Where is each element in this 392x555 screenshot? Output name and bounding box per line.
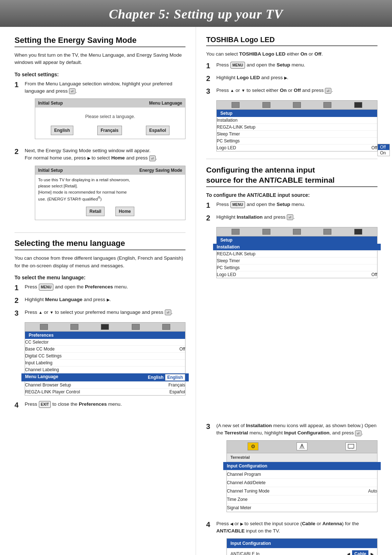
left-arrow-cable (347, 551, 350, 555)
chapter-title: Chapter 5: Setting up your TV (0, 7, 392, 22)
toshiba-logo-section: TOSHIBA Logo LED You can select TOSHIBA … (196, 27, 392, 422)
step-number-1: 1 (15, 79, 25, 90)
install-screen-body: Input Configuration Channel Program Chan… (227, 462, 377, 512)
ant-cable-row: ANT/CABLE In Cable (230, 550, 373, 555)
menu-key-icon-2: MENU (230, 62, 245, 69)
pref-row-digital-cc: Digital CC Settings (25, 353, 185, 360)
logo-step-2: 2 Highlight Logo LED and press ▶. (206, 74, 377, 84)
energy-step-2: 2 Next, the Energy Saving Mode setting w… (15, 147, 185, 225)
antenna-config-title: Configuring the antenna input source for… (206, 165, 377, 187)
setup-icon-2 (262, 102, 270, 108)
ant-step-3: 3 (A new set of Installation menu icons … (206, 422, 377, 517)
install-row-channel-add: Channel Add/Delete (227, 479, 377, 487)
setup-screen-body: Installation REGZA-LINK Setup Sleep Time… (217, 117, 377, 151)
ant-step-num-2: 2 (206, 212, 216, 223)
triangle-down-icon-2 (241, 88, 245, 93)
ant-step-4-content: Press or to select the input source (Cab… (216, 520, 377, 555)
install-icon-gear: ⚙ (248, 442, 258, 451)
terrestrial-label: Terrestrial (227, 453, 377, 462)
popup-on-option: On (378, 150, 389, 156)
input-config-body: ANT/CABLE In Cable (227, 548, 377, 555)
menu-language-intro: You can choose from three different lang… (15, 255, 185, 270)
triangle-up-icon (38, 309, 42, 315)
ml-step-num-1: 1 (15, 282, 25, 293)
bottom-right-section: 3 (A new set of Installation menu icons … (196, 422, 392, 555)
screen-header-energy: Initial Setup Energy Saving Mode (35, 166, 185, 175)
to-select-menu-language-heading: To select the menu language: (15, 275, 185, 280)
screen-body-language: Please select a language. English França… (35, 108, 185, 139)
icon-2 (70, 324, 78, 330)
tv-icon-shape (346, 442, 356, 450)
enter-key-icon-2: ⏎ (149, 155, 156, 161)
install-screen-icons: ⚙ (227, 441, 377, 453)
to-select-settings-heading: To select settings: (15, 72, 185, 77)
section-divider-1 (15, 232, 185, 233)
energy-saving-section: Setting the Energy Saving Mode When you … (0, 27, 196, 422)
cable-value-box: Cable (352, 550, 368, 555)
language-options: English Français Español (39, 123, 181, 137)
menu-key-icon: MENU (39, 284, 53, 291)
exit-key-icon: EXIT (39, 401, 50, 408)
enter-key-icon-4: ⏎ (325, 88, 331, 94)
installation-screen: ⚙ (226, 440, 377, 512)
setup-row-installation: Installation (217, 117, 377, 124)
ml-step-num-4: 4 (15, 400, 25, 410)
install-icon-tv (346, 442, 356, 451)
chapter-header: Chapter 5: Setting up your TV (0, 0, 392, 27)
setup2-row-logo-led: Logo LEDOff (217, 271, 377, 278)
setup-screen-2-title: Setup (217, 236, 377, 244)
retail-option: Retail (86, 207, 105, 216)
setup2-icon-5-active (354, 229, 362, 235)
energy-step-1-content: From the Menu Language selection window,… (25, 80, 185, 145)
energy-step-2-content: Next, the Energy Saving Mode setting win… (25, 147, 185, 225)
logo-step-1-content: Press MENU and open the Setup menu. (216, 61, 377, 69)
triangle-down-icon (50, 309, 54, 315)
ant-step-num-1: 1 (206, 200, 216, 211)
setup-row-logo-led: Logo LED Off Off On (217, 145, 377, 151)
setup-icon-4 (323, 102, 331, 108)
install-row-time-zone: Time Zone (227, 495, 377, 504)
setup-screen-2-icons (217, 227, 377, 236)
enter-key-icon-6: ⏎ (355, 430, 362, 436)
ant-step-3-content: (A new set of Installation menu icons wi… (216, 422, 377, 517)
ml-step-num-2: 2 (15, 295, 25, 306)
ml-step-3-content: Press or to select your preferred menu l… (25, 309, 185, 316)
gear-icon-shape: ⚙ (248, 442, 258, 450)
pref-row-menu-language: Menu Language English English (21, 373, 189, 382)
ant-step-1-content: Press MENU and open the Setup menu. (216, 201, 377, 208)
ant-step-2: 2 Highlight Installation and press ⏎. (206, 214, 377, 223)
initial-setup-language-screen: Initial Setup Menu Language Please selec… (35, 98, 185, 139)
setup2-row-installation: Installation (213, 244, 381, 251)
triangle-right-icon (87, 155, 90, 161)
pref-row-base-cc: Base CC ModeOff (25, 346, 185, 353)
icon-4 (132, 324, 140, 330)
setup-screen-2: Setup Installation REGZA-LINK Setup Slee… (216, 227, 377, 278)
bottom-left-section (0, 422, 196, 555)
toshiba-logo-title: TOSHIBA Logo LED (206, 36, 377, 46)
setup2-row-regza: REGZA-LINK Setup (217, 251, 377, 258)
icon-1 (40, 324, 48, 330)
menu-lang-step-3: 3 Press or to select your preferred menu… (15, 309, 185, 319)
install-row-input-config: Input Configuration (223, 462, 381, 470)
pref-row-input-labeling: Input Labeling (25, 360, 185, 366)
logo-step-3-content: Press or to select either On or Off and … (216, 87, 377, 94)
setup2-icon-3 (293, 229, 301, 235)
setup2-icon-4 (323, 229, 331, 235)
ant-step-2-content: Highlight Installation and press ⏎. (216, 214, 377, 221)
toshiba-logo-intro: You can select TOSHIBA Logo LED either O… (206, 50, 377, 58)
energy-saving-intro: When you first turn on the TV, the Menu … (15, 52, 185, 66)
screen-body-energy: To use this TV for displaying in a retai… (35, 175, 185, 220)
setup-screen-logo: Setup Installation REGZA-LINK Setup Slee… (216, 100, 377, 151)
input-config-screen: Input Configuration ANT/CABLE In Cable (226, 538, 377, 555)
preferences-screen-icons (25, 323, 185, 332)
logo-step-2-content: Highlight Logo LED and press ▶. (216, 74, 377, 81)
setup2-row-sleep: Sleep Timer (217, 258, 377, 264)
logo-step-3: 3 Press or to select either On or Off an… (206, 87, 377, 97)
ant-step-num-4: 4 (206, 519, 216, 530)
setup-row-sleep: Sleep Timer (217, 131, 377, 138)
pref-row-channel-browser: Channel Browser SetupFrançais (25, 382, 185, 389)
pref-row-regza-link: REGZA-LINK Player ControlEspañol (25, 389, 185, 395)
input-config-header: Input Configuration (227, 539, 377, 548)
logo-step-num-1: 1 (206, 60, 216, 71)
logo-step-num-3: 3 (206, 86, 216, 97)
